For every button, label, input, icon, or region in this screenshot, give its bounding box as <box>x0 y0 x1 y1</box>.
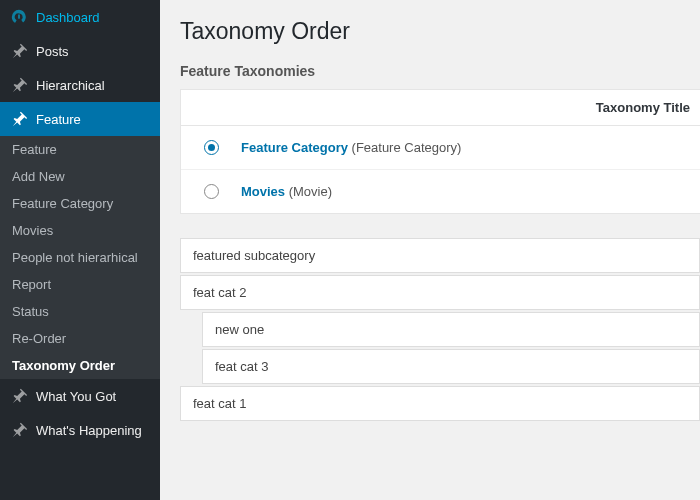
admin-sidebar: DashboardPostsHierarchicalFeature Featur… <box>0 0 160 500</box>
term-item[interactable]: feat cat 3 <box>202 349 700 384</box>
taxonomy-row: Feature Category (Feature Category) <box>181 126 700 170</box>
dashboard-icon <box>10 8 28 26</box>
radio-cell <box>181 184 241 199</box>
sidebar-item-whats-happening[interactable]: What's Happening <box>0 413 160 447</box>
sidebar-item-label: What You Got <box>36 389 116 404</box>
term-children: new onefeat cat 3 <box>202 312 700 384</box>
taxonomy-table: Taxonomy Title Feature Category (Feature… <box>180 89 700 214</box>
pin-icon <box>10 110 28 128</box>
taxonomy-label[interactable]: Feature Category (Feature Category) <box>241 140 461 155</box>
sidebar-item-what-you-got[interactable]: What You Got <box>0 379 160 413</box>
taxonomy-radio[interactable] <box>204 184 219 199</box>
sidebar-item-posts[interactable]: Posts <box>0 34 160 68</box>
pin-icon <box>10 387 28 405</box>
radio-cell <box>181 140 241 155</box>
main-content: Taxonomy Order Feature Taxonomies Taxono… <box>160 0 700 500</box>
sidebar-item-label: Feature <box>36 112 81 127</box>
submenu-item[interactable]: Taxonomy Order <box>0 352 160 379</box>
sidebar-item-label: Dashboard <box>36 10 100 25</box>
submenu-item[interactable]: Add New <box>0 163 160 190</box>
table-header: Taxonomy Title <box>181 90 700 126</box>
submenu-item[interactable]: People not hierarhical <box>0 244 160 271</box>
submenu-item[interactable]: Re-Order <box>0 325 160 352</box>
taxonomy-label[interactable]: Movies (Movie) <box>241 184 332 199</box>
term-item[interactable]: feat cat 1 <box>180 386 700 421</box>
pin-icon <box>10 76 28 94</box>
sidebar-item-hierarchical[interactable]: Hierarchical <box>0 68 160 102</box>
term-item[interactable]: feat cat 2 <box>180 275 700 310</box>
sidebar-item-dashboard[interactable]: Dashboard <box>0 0 160 34</box>
section-title: Feature Taxonomies <box>180 63 700 79</box>
sidebar-item-label: Posts <box>36 44 69 59</box>
pin-icon <box>10 42 28 60</box>
column-header-title: Taxonomy Title <box>181 100 700 115</box>
sidebar-item-label: Hierarchical <box>36 78 105 93</box>
term-sortable-list: featured subcategoryfeat cat 2new onefea… <box>180 238 700 421</box>
taxonomy-row: Movies (Movie) <box>181 170 700 213</box>
submenu-item[interactable]: Status <box>0 298 160 325</box>
page-title: Taxonomy Order <box>180 18 700 45</box>
sidebar-submenu: FeatureAdd NewFeature CategoryMoviesPeop… <box>0 136 160 379</box>
pin-icon <box>10 421 28 439</box>
term-item[interactable]: featured subcategory <box>180 238 700 273</box>
sidebar-item-label: What's Happening <box>36 423 142 438</box>
submenu-item[interactable]: Movies <box>0 217 160 244</box>
taxonomy-radio[interactable] <box>204 140 219 155</box>
sidebar-item-feature[interactable]: Feature <box>0 102 160 136</box>
submenu-item[interactable]: Feature <box>0 136 160 163</box>
submenu-item[interactable]: Report <box>0 271 160 298</box>
submenu-item[interactable]: Feature Category <box>0 190 160 217</box>
term-item[interactable]: new one <box>202 312 700 347</box>
